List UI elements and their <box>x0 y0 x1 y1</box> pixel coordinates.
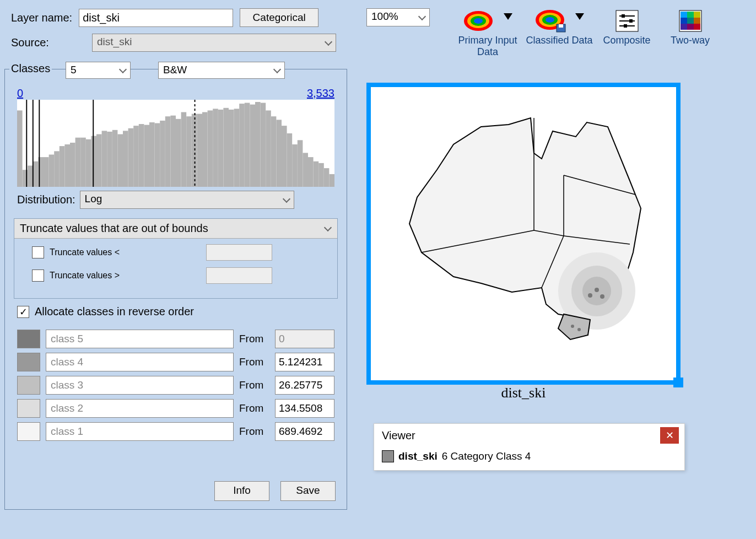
svg-rect-61 <box>197 114 202 187</box>
classified-data-button[interactable]: Classified Data <box>523 8 595 46</box>
svg-rect-52 <box>149 122 155 187</box>
class-swatch[interactable] <box>17 422 40 441</box>
truncate-lt-input[interactable] <box>206 244 272 261</box>
svg-rect-55 <box>165 116 171 187</box>
categorical-button[interactable]: Categorical <box>240 8 318 27</box>
class-swatch[interactable] <box>17 399 40 418</box>
svg-rect-68 <box>234 109 240 187</box>
info-button[interactable]: Info <box>214 481 269 501</box>
range-min-link[interactable]: 0 <box>17 87 23 100</box>
class-row: From <box>17 399 334 418</box>
class-name-input[interactable] <box>46 353 234 371</box>
svg-rect-42 <box>96 134 102 187</box>
dropdown-icon <box>504 13 512 20</box>
range-max-link[interactable]: 3,533 <box>307 87 334 100</box>
svg-rect-50 <box>139 124 144 187</box>
class-name-input[interactable] <box>46 376 234 395</box>
sliders-icon <box>615 9 639 33</box>
svg-rect-77 <box>282 126 287 187</box>
svg-rect-86 <box>329 174 334 187</box>
truncate-gt-input[interactable] <box>206 267 272 284</box>
svg-point-7 <box>546 17 554 23</box>
source-label: Source: <box>11 36 85 49</box>
svg-rect-64 <box>213 109 218 187</box>
svg-rect-76 <box>276 120 282 187</box>
truncate-header[interactable]: Truncate values that are out of bounds <box>14 219 337 239</box>
svg-rect-18 <box>681 12 687 18</box>
resize-handle[interactable] <box>673 378 683 387</box>
svg-rect-57 <box>176 119 181 187</box>
class-from-input[interactable] <box>275 422 334 441</box>
primary-input-data-button[interactable]: Primary Input Data <box>452 8 523 57</box>
composite-button[interactable]: Composite <box>595 8 658 46</box>
class-row: From <box>17 376 334 395</box>
class-from-input[interactable] <box>275 353 334 371</box>
classes-panel: Classes 5 B&W 0 3,533 Distribution: Log … <box>4 69 347 510</box>
svg-rect-39 <box>80 138 86 187</box>
class-row: From <box>17 422 334 441</box>
save-button[interactable]: Save <box>280 481 336 501</box>
two-way-button[interactable]: Two-way <box>658 8 722 46</box>
svg-rect-72 <box>255 102 261 187</box>
class-swatch[interactable] <box>17 353 40 371</box>
class-from-input[interactable] <box>275 399 334 418</box>
svg-rect-79 <box>292 144 298 187</box>
svg-rect-38 <box>75 138 81 187</box>
class-row: From <box>17 353 334 371</box>
allocate-reverse-checkbox[interactable] <box>17 306 29 318</box>
svg-rect-58 <box>181 112 187 187</box>
svg-point-103 <box>588 293 592 298</box>
from-label: From <box>239 379 269 391</box>
svg-rect-24 <box>681 24 687 30</box>
rainbow-map-icon <box>463 9 501 33</box>
zoom-select[interactable]: 100% <box>366 8 430 26</box>
svg-rect-62 <box>202 112 208 187</box>
class-swatch[interactable] <box>17 330 40 348</box>
svg-rect-66 <box>223 108 229 187</box>
svg-rect-36 <box>64 144 70 187</box>
svg-rect-14 <box>622 14 625 18</box>
viewer-close-button[interactable]: ✕ <box>660 427 679 444</box>
svg-point-104 <box>600 294 604 299</box>
svg-rect-25 <box>687 24 694 30</box>
classes-legend: Classes <box>9 62 52 75</box>
truncate-gt-checkbox[interactable] <box>32 270 44 282</box>
australia-map-icon <box>371 87 676 380</box>
svg-rect-53 <box>155 123 160 187</box>
svg-rect-71 <box>250 105 255 187</box>
svg-rect-23 <box>694 18 700 24</box>
primary-input-label: Primary Input Data <box>452 35 523 57</box>
svg-rect-49 <box>133 126 139 187</box>
histogram[interactable] <box>17 100 334 187</box>
from-label: From <box>239 356 269 368</box>
class-name-input[interactable] <box>46 399 234 418</box>
svg-rect-83 <box>314 161 319 187</box>
truncate-lt-checkbox[interactable] <box>32 246 44 258</box>
class-count-select[interactable]: 5 <box>66 62 131 79</box>
map-frame[interactable] <box>366 83 681 385</box>
svg-rect-9 <box>559 24 563 28</box>
svg-rect-33 <box>49 154 55 187</box>
source-select[interactable]: dist_ski <box>92 34 336 52</box>
svg-rect-65 <box>218 110 224 187</box>
svg-rect-60 <box>192 114 197 187</box>
color-style-select[interactable]: B&W <box>158 62 285 79</box>
svg-rect-59 <box>186 116 192 187</box>
truncate-lt-label: Truncate values < <box>50 247 120 257</box>
from-label: From <box>239 425 269 438</box>
svg-rect-21 <box>681 18 687 24</box>
from-label: From <box>239 333 269 345</box>
class-name-input[interactable] <box>46 330 234 348</box>
svg-rect-30 <box>33 161 39 187</box>
class-swatch[interactable] <box>17 376 40 395</box>
svg-rect-16 <box>624 24 627 28</box>
svg-rect-56 <box>170 116 176 187</box>
svg-rect-51 <box>144 125 149 187</box>
layer-name-input[interactable] <box>79 9 233 27</box>
class-from-input[interactable] <box>275 376 334 395</box>
viewer-title: Viewer <box>382 429 415 442</box>
class-name-input[interactable] <box>46 422 234 441</box>
distribution-select[interactable]: Log <box>80 191 294 209</box>
svg-point-105 <box>571 325 574 328</box>
svg-rect-54 <box>160 121 165 187</box>
